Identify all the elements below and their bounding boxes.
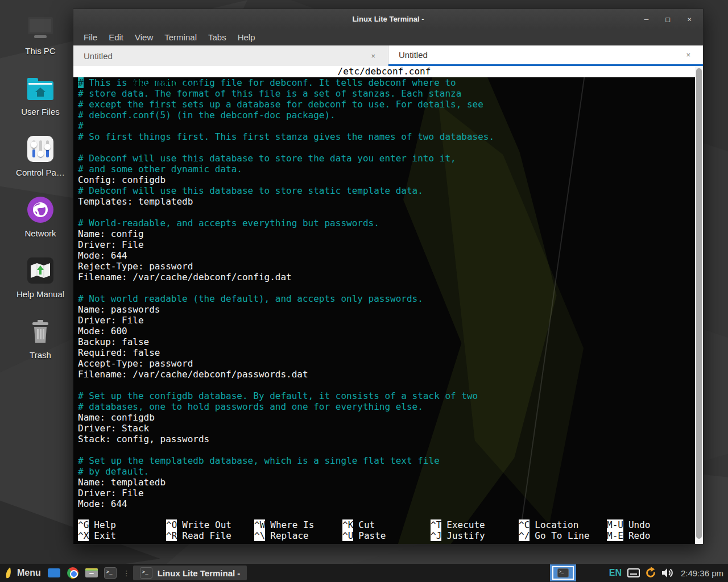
terminal-line: Filename: /var/cache/debconf/config.dat	[78, 272, 695, 282]
nano-shortcut-paste: ^UPaste	[342, 530, 431, 541]
terminal-line: Mode: 644	[78, 250, 695, 261]
maximize-button[interactable]: □	[665, 9, 670, 29]
terminal-line: Stack: config, passwords	[78, 434, 695, 444]
tab-close-icon[interactable]: ×	[684, 49, 693, 60]
titlebar[interactable]: Linux Lite Terminal - – □ ×	[73, 9, 703, 29]
terminal-line: Name: templatedb	[78, 477, 695, 488]
trash-icon	[27, 318, 54, 345]
terminal-line: Driver: File	[78, 239, 695, 250]
nano-title-bar: GNU nano 7.2 /etc/debconf.conf	[73, 66, 695, 77]
nano-shortcut-where-is: ^WWhere Is	[254, 519, 342, 530]
task-button-label: Linux Lite Terminal -	[158, 568, 241, 578]
task-button-terminal[interactable]: >_ Linux Lite Terminal -	[133, 566, 247, 580]
tab-untitled-1[interactable]: Untitled ×	[73, 45, 388, 66]
terminal-line: Required: false	[78, 347, 695, 358]
menu-item-file[interactable]: File	[78, 32, 103, 42]
minimize-button[interactable]: –	[644, 9, 649, 29]
terminal-line: Driver: File	[78, 315, 695, 326]
file-manager-icon[interactable]	[84, 566, 99, 580]
terminal-line: # So first things first. This first stan…	[78, 131, 695, 142]
nano-file-path: /etc/debconf.conf	[73, 66, 695, 77]
desktop-icon-network[interactable]: Network	[7, 196, 74, 238]
tab-bar: Untitled × Untitled ×	[73, 45, 703, 66]
tab-untitled-2[interactable]: Untitled ×	[388, 45, 703, 66]
menu-item-edit[interactable]: Edit	[103, 32, 129, 42]
desktop-icon-trash[interactable]: Trash	[7, 318, 74, 360]
terminal-line: #	[78, 120, 695, 131]
terminal-line: # Debconf will use this database to stor…	[78, 153, 695, 164]
terminal-screen[interactable]: GNU nano 7.2 /etc/debconf.conf # This is…	[73, 66, 703, 544]
terminal-line: # and some other dynamic data.	[78, 164, 695, 174]
chrome-browser-icon[interactable]	[65, 566, 80, 580]
terminal-line: Accept-Type: password	[78, 358, 695, 369]
menu-button[interactable]: Menu	[5, 567, 41, 579]
terminal-line: Driver: Stack	[78, 423, 695, 434]
keyboard-icon[interactable]	[627, 568, 640, 577]
terminal-line: # by default.	[78, 466, 695, 477]
nano-text-area[interactable]: # This is the main config file for debco…	[73, 77, 695, 519]
terminal-line	[78, 207, 695, 218]
terminal-line: # Not world readable (the default), and …	[78, 293, 695, 304]
nano-shortcut-justify: ^JJustify	[431, 530, 519, 541]
menu-item-terminal[interactable]: Terminal	[159, 32, 202, 42]
desktop-icon-this-pc[interactable]: This PC	[7, 14, 74, 56]
tab-close-icon[interactable]: ×	[369, 51, 378, 61]
nano-shortcut-go-to-line: ^/Go To Line	[519, 530, 607, 541]
terminal-line: # databases, one to hold passwords and o…	[78, 401, 695, 412]
clock[interactable]: 2:49:36 pm	[681, 568, 723, 578]
workspace-icon[interactable]	[47, 566, 61, 580]
desktop-icon-user-files[interactable]: User Files	[7, 74, 74, 117]
terminal-window: Linux Lite Terminal - – □ × FileEditView…	[73, 9, 704, 544]
scrollbar-thumb[interactable]	[696, 68, 702, 539]
linux-lite-logo-icon	[5, 567, 13, 579]
terminal-line	[78, 282, 695, 293]
updates-icon[interactable]	[644, 567, 657, 579]
manual-book-icon	[27, 257, 54, 284]
nano-shortcut-location: ^CLocation	[519, 519, 607, 530]
terminal-line: Driver: File	[78, 488, 695, 498]
terminal-line: # store data. The format of this file is…	[78, 88, 695, 99]
nano-shortcut-undo: M-UUndo	[607, 519, 695, 530]
terminal-line: Mode: 600	[78, 326, 695, 336]
terminal-line: # debconf.conf(5) (in the debconf-doc pa…	[78, 110, 695, 120]
nano-shortcut-bar: ^GHelp^OWrite Out^WWhere Is^KCut^TExecut…	[73, 519, 695, 544]
terminal-line: Templates: templatedb	[78, 196, 695, 207]
terminal-line: Backup: false	[78, 336, 695, 347]
terminal-icon: >_	[140, 567, 152, 579]
globe-icon	[27, 196, 54, 223]
terminal-line: Name: passwords	[78, 304, 695, 315]
terminal-line: # Set up the templatedb database, which …	[78, 455, 695, 466]
terminal-line: # World-readable, and accepts everything…	[78, 218, 695, 228]
close-button[interactable]: ×	[687, 9, 692, 29]
menu-item-tabs[interactable]: Tabs	[202, 32, 232, 42]
desktop-icon-label: This PC	[25, 46, 55, 56]
menubar: FileEditViewTerminalTabsHelp	[73, 29, 703, 45]
terminal-line: Config: configdb	[78, 174, 695, 185]
terminal-line: Reject-Type: password	[78, 261, 695, 272]
nano-shortcut-row: ^XExit^RRead File^\Replace^UPaste^JJusti…	[78, 530, 695, 541]
taskbar-handle[interactable]: ⋮	[123, 569, 130, 577]
window-title: Linux Lite Terminal -	[73, 15, 703, 23]
scrollbar-track[interactable]	[695, 66, 703, 544]
terminal-line: Mode: 644	[78, 498, 695, 509]
desktop-icon-label: Control Pa…	[16, 168, 65, 177]
desktop-icon-label: Trash	[30, 350, 51, 360]
menu-item-view[interactable]: View	[129, 32, 159, 42]
menu-item-help[interactable]: Help	[232, 32, 261, 42]
terminal-launcher-icon[interactable]: >_	[103, 566, 118, 580]
terminal-line	[78, 444, 695, 455]
nano-editor: GNU nano 7.2 /etc/debconf.conf # This is…	[73, 66, 695, 544]
terminal-icon: >_	[557, 568, 569, 577]
keyboard-layout-indicator[interactable]: EN	[609, 568, 622, 578]
volume-icon[interactable]	[661, 568, 673, 578]
desktop-icon-help-manual[interactable]: Help Manual	[7, 257, 74, 299]
nano-shortcut-write-out: ^OWrite Out	[166, 519, 254, 530]
terminal-line	[78, 142, 695, 153]
terminal-line	[78, 380, 695, 390]
tray-terminal-preview[interactable]: >_	[550, 564, 576, 581]
terminal-line: # Debconf will use this database to stor…	[78, 185, 695, 196]
computer-icon	[27, 14, 54, 41]
desktop-icon-label: Help Manual	[16, 289, 64, 299]
terminal-line: Name: config	[78, 228, 695, 239]
desktop-icon-control-panel[interactable]: Control Pa…	[7, 135, 74, 177]
